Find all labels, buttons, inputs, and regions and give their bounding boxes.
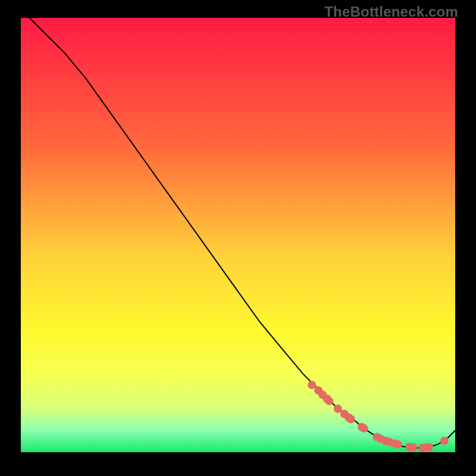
gradient-background	[21, 18, 455, 452]
chart-stage: TheBottleneck.com	[0, 0, 476, 476]
data-point	[409, 443, 417, 452]
data-point	[308, 381, 316, 389]
data-point	[360, 424, 368, 433]
data-point	[334, 405, 342, 413]
data-point	[440, 437, 449, 445]
plot-area	[21, 18, 455, 452]
data-point	[347, 415, 355, 424]
data-point	[394, 440, 402, 449]
data-point	[325, 397, 333, 405]
data-point	[425, 443, 433, 452]
chart-svg	[21, 18, 455, 452]
